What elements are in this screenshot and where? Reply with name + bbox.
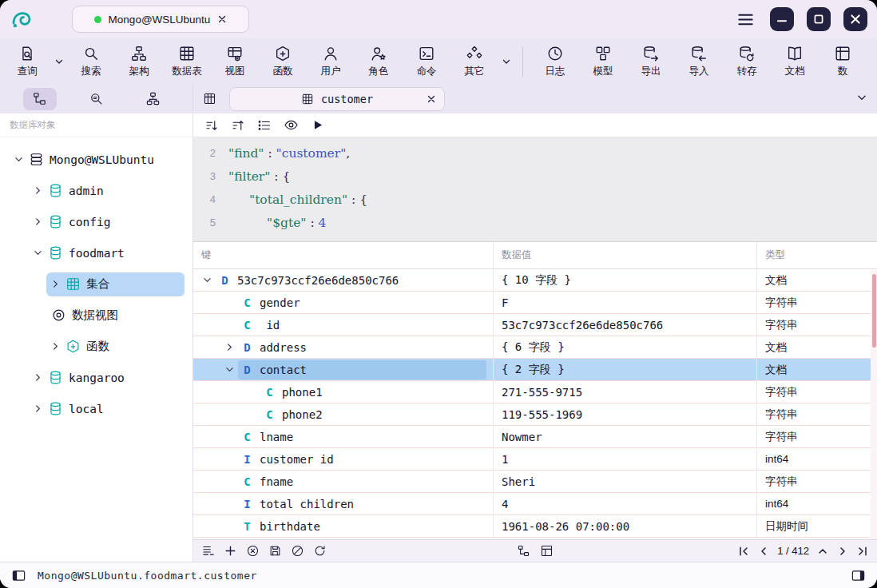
- cancel-edit-icon[interactable]: [291, 544, 304, 558]
- tree-item-collections[interactable]: 集合: [0, 268, 192, 300]
- toggle-left-panel-icon[interactable]: [11, 568, 26, 583]
- table-row[interactable]: C_id 53c7c973ccf26e6de850c766 字符串: [193, 314, 877, 336]
- chevron-collapsed-icon[interactable]: [51, 280, 60, 288]
- menu-button[interactable]: [733, 7, 757, 31]
- run-query-icon[interactable]: [311, 118, 324, 132]
- field-value[interactable]: 119-555-1969: [494, 403, 757, 425]
- tab-list-chevron[interactable]: [856, 92, 867, 106]
- tree-item-config[interactable]: config: [0, 206, 192, 237]
- tree-item-dataviews[interactable]: 数据视图: [0, 300, 192, 331]
- chevron-collapsed-icon[interactable]: [34, 186, 42, 195]
- toolbar-import-button[interactable]: 导入: [677, 41, 721, 82]
- chevron-collapsed-icon[interactable]: [34, 373, 42, 382]
- toolbar-users-button[interactable]: 用户: [308, 41, 353, 82]
- table-row[interactable]: Cfname Sheri 字符串: [193, 471, 877, 493]
- tab-close-icon[interactable]: [427, 94, 436, 104]
- table-row[interactable]: Daddress { 6 字段 } 文档: [193, 336, 877, 359]
- save-record-icon[interactable]: [268, 544, 282, 558]
- tree-item-kangaroo[interactable]: kangaroo: [0, 362, 192, 393]
- field-value[interactable]: 4: [494, 493, 757, 514]
- toolbar-functions-button[interactable]: 函数: [260, 41, 305, 82]
- field-value[interactable]: 1: [494, 448, 757, 470]
- toolbar-tables-button[interactable]: 数据表: [165, 41, 209, 82]
- toolbar-schema-button[interactable]: 架构: [117, 41, 161, 82]
- chevron-expanded-icon[interactable]: [34, 248, 42, 257]
- field-value[interactable]: Nowmer: [494, 426, 757, 447]
- tree-display-mode-icon[interactable]: [517, 544, 530, 558]
- query-editor[interactable]: 2 "find" : "customer", 3 "filter" : { 4 …: [193, 137, 877, 242]
- tree-item-connection[interactable]: Mongo@WSLUbuntu: [0, 144, 192, 175]
- table-row[interactable]: Cphone1 271-555-9715 字符串: [193, 381, 877, 403]
- table-row[interactable]: Clname Nowmer 字符串: [193, 426, 877, 448]
- toolbar-commands-button[interactable]: 命令: [404, 41, 449, 82]
- chevron-expanded-icon[interactable]: [14, 155, 23, 164]
- toggle-right-panel-icon[interactable]: [851, 568, 866, 583]
- toolbar-logs-button[interactable]: 日志: [533, 41, 577, 82]
- scrollbar-thumb[interactable]: [872, 274, 876, 348]
- toolbar-dump-button[interactable]: 转存: [724, 41, 769, 82]
- delete-record-icon[interactable]: [246, 544, 260, 558]
- page-jump-icon[interactable]: [816, 545, 829, 558]
- toolbar-data-partial-button[interactable]: 数: [820, 41, 865, 82]
- sql-console-button[interactable]: [80, 88, 113, 110]
- field-value[interactable]: 1961-08-26 07:00:00: [494, 515, 757, 537]
- refresh-icon[interactable]: [313, 544, 327, 558]
- toolbar-views-button[interactable]: 视图: [212, 41, 257, 82]
- row-height-icon[interactable]: [201, 544, 215, 558]
- grid-vertical-scrollbar[interactable]: [871, 270, 877, 539]
- previous-page-icon[interactable]: [757, 545, 770, 558]
- connection-tab-close-icon[interactable]: [217, 14, 227, 24]
- objects-tab-icon[interactable]: [203, 92, 216, 105]
- first-page-icon[interactable]: [737, 545, 750, 558]
- field-value[interactable]: { 2 字段 }: [494, 359, 757, 380]
- last-page-icon[interactable]: [856, 545, 869, 558]
- row-expanded-chevron[interactable]: [203, 276, 212, 284]
- table-row[interactable]: Itotal_children 4 int64: [193, 493, 877, 515]
- column-header-key[interactable]: 键: [193, 242, 494, 268]
- field-value[interactable]: { 10 字段 }: [494, 269, 757, 291]
- field-value[interactable]: Sheri: [494, 471, 757, 492]
- close-button[interactable]: [843, 7, 867, 31]
- preview-eye-icon[interactable]: [284, 117, 299, 133]
- sort-asc-icon[interactable]: [204, 118, 219, 133]
- row-collapsed-chevron[interactable]: [225, 343, 234, 352]
- toolbar-docs-button[interactable]: 文档: [772, 41, 817, 82]
- field-value[interactable]: 53c7c973ccf26e6de850c766: [494, 314, 757, 336]
- sort-desc-icon[interactable]: [231, 118, 245, 133]
- row-expanded-chevron[interactable]: [225, 365, 234, 374]
- field-list-icon[interactable]: [257, 118, 272, 133]
- column-header-value[interactable]: 数据值: [494, 242, 757, 268]
- table-row[interactable]: Cphone2 119-555-1969 字符串: [193, 403, 877, 426]
- field-value[interactable]: 271-555-9715: [494, 381, 757, 403]
- toolbar-query-button[interactable]: 查询: [5, 41, 50, 82]
- tree-item-functions[interactable]: 函数: [0, 331, 192, 362]
- maximize-button[interactable]: [807, 7, 831, 31]
- field-value[interactable]: F: [494, 292, 757, 313]
- add-record-icon[interactable]: [224, 544, 237, 558]
- others-dropdown-chevron[interactable]: [500, 41, 513, 82]
- minimize-button[interactable]: [770, 7, 794, 31]
- table-row[interactable]: Tbirthdate 1961-08-26 07:00:00 日期时间: [193, 515, 877, 538]
- tree-item-foodmart[interactable]: foodmart: [0, 237, 192, 268]
- toolbar-models-button[interactable]: 模型: [581, 41, 625, 82]
- table-row[interactable]: D53c7c973ccf26e6de850c766 { 10 字段 } 文档: [193, 269, 877, 292]
- tree-item-admin[interactable]: admin: [0, 175, 192, 206]
- table-row[interactable]: Cgender F 字符串: [193, 292, 877, 314]
- grid-display-mode-icon[interactable]: [540, 544, 554, 558]
- column-header-type[interactable]: 类型: [757, 242, 864, 268]
- chevron-collapsed-icon[interactable]: [34, 404, 42, 413]
- toolbar-export-button[interactable]: 导出: [629, 41, 673, 82]
- toolbar-others-button[interactable]: 其它: [452, 41, 497, 82]
- field-value[interactable]: { 6 字段 }: [494, 336, 757, 358]
- object-tree-view-button[interactable]: [23, 88, 57, 110]
- object-filter-input[interactable]: 数据库对象: [0, 113, 192, 137]
- schema-view-button[interactable]: [137, 88, 170, 110]
- chevron-collapsed-icon[interactable]: [51, 342, 60, 351]
- table-row[interactable]: Icustomer_id 1 int64: [193, 448, 877, 471]
- next-page-icon[interactable]: [836, 545, 849, 558]
- connection-tab[interactable]: Mongo@WSLUbuntu: [72, 6, 249, 33]
- toolbar-roles-button[interactable]: 角色: [356, 41, 401, 82]
- chevron-collapsed-icon[interactable]: [34, 217, 42, 226]
- tab-customer[interactable]: customer: [229, 87, 445, 111]
- query-dropdown-chevron[interactable]: [53, 41, 65, 82]
